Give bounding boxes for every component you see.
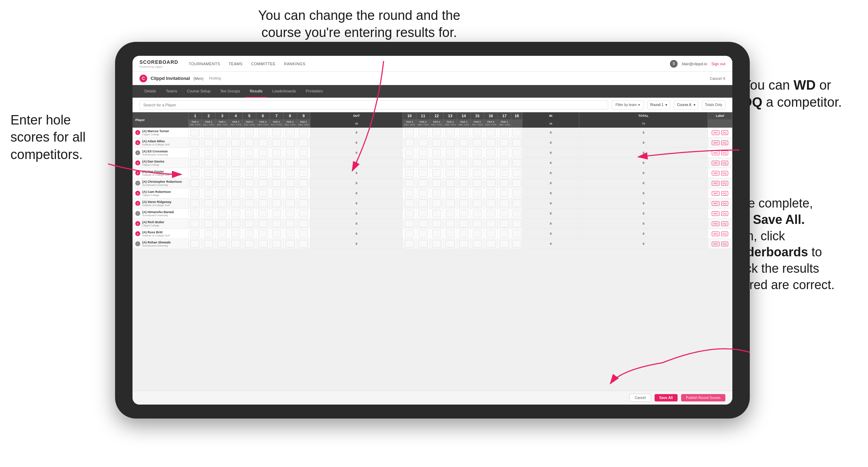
hole-7-score-cell[interactable] (270, 219, 283, 229)
score-input-box[interactable] (286, 139, 295, 146)
hole-7-score-cell[interactable] (270, 209, 283, 219)
score-input-box[interactable] (272, 220, 281, 227)
tab-results[interactable]: Results (245, 85, 267, 98)
hole-18-score-cell[interactable] (511, 158, 522, 168)
score-input-box[interactable] (231, 129, 240, 136)
score-input-box[interactable] (218, 220, 227, 227)
hole-1-score-cell[interactable] (188, 148, 202, 158)
hole-6-score-cell[interactable] (256, 188, 270, 198)
hole-17-score-cell[interactable] (498, 209, 511, 219)
score-input-box[interactable] (245, 240, 254, 248)
dq-button[interactable]: DQ (721, 181, 728, 186)
hole-6-score-cell[interactable] (256, 198, 270, 209)
score-input-box[interactable] (405, 189, 414, 197)
hole-5-score-cell[interactable] (243, 178, 256, 188)
score-input-box[interactable] (204, 230, 213, 238)
score-input-box[interactable] (204, 149, 213, 157)
hole-4-score-cell[interactable] (229, 138, 243, 148)
score-input-box[interactable] (231, 189, 240, 197)
score-input-box[interactable] (486, 169, 496, 177)
dq-button[interactable]: DQ (721, 221, 728, 226)
hole-14-score-cell[interactable] (457, 229, 470, 239)
score-input-box[interactable] (245, 129, 254, 136)
score-input-box[interactable] (299, 199, 308, 207)
hole-17-score-cell[interactable] (498, 178, 511, 188)
score-input-box[interactable] (500, 220, 509, 227)
score-input-box[interactable] (204, 210, 213, 217)
score-input-box[interactable] (231, 210, 240, 217)
hole-11-score-cell[interactable] (416, 219, 430, 229)
score-input-box[interactable] (459, 169, 468, 177)
score-input-box[interactable] (432, 169, 441, 177)
score-input-box[interactable] (486, 189, 496, 197)
score-input-box[interactable] (299, 169, 308, 177)
score-input-box[interactable] (432, 189, 441, 197)
wd-button[interactable]: WD (712, 130, 719, 135)
wd-button[interactable]: WD (712, 242, 719, 246)
score-input-box[interactable] (473, 159, 482, 167)
hole-6-score-cell[interactable] (256, 209, 270, 219)
score-input-box[interactable] (418, 210, 428, 217)
score-input-box[interactable] (432, 210, 441, 217)
hole-16-score-cell[interactable] (484, 158, 498, 168)
score-input-box[interactable] (473, 240, 482, 248)
score-input-box[interactable] (258, 230, 267, 238)
hole-18-score-cell[interactable] (511, 219, 522, 229)
hole-7-score-cell[interactable] (270, 229, 283, 239)
hole-3-score-cell[interactable] (216, 209, 229, 219)
hole-13-score-cell[interactable] (443, 158, 457, 168)
hole-1-score-cell[interactable] (188, 188, 202, 198)
hole-9-score-cell[interactable] (297, 209, 310, 219)
wd-button[interactable]: WD (712, 221, 719, 226)
score-input-box[interactable] (446, 139, 455, 146)
score-input-box[interactable] (190, 240, 199, 248)
hole-3-score-cell[interactable] (216, 229, 229, 239)
score-input-box[interactable] (418, 149, 428, 157)
dq-button[interactable]: DQ (721, 141, 728, 145)
hole-13-score-cell[interactable] (443, 148, 457, 158)
score-input-box[interactable] (204, 189, 213, 197)
score-input-box[interactable] (299, 139, 308, 146)
hole-2-score-cell[interactable] (202, 229, 216, 239)
hole-17-score-cell[interactable] (498, 168, 511, 178)
score-input-box[interactable] (190, 179, 199, 187)
score-input-box[interactable] (459, 179, 468, 187)
hole-6-score-cell[interactable] (256, 168, 270, 178)
hole-1-score-cell[interactable] (188, 158, 202, 168)
hole-10-score-cell[interactable] (403, 209, 416, 219)
score-input-box[interactable] (459, 149, 468, 157)
hole-8-score-cell[interactable] (283, 219, 297, 229)
hole-7-score-cell[interactable] (270, 148, 283, 158)
hole-12-score-cell[interactable] (430, 219, 444, 229)
hole-16-score-cell[interactable] (484, 128, 498, 138)
score-input-box[interactable] (486, 179, 496, 187)
hole-16-score-cell[interactable] (484, 219, 498, 229)
score-input-box[interactable] (258, 169, 267, 177)
score-input-box[interactable] (286, 159, 295, 167)
hole-5-score-cell[interactable] (243, 168, 256, 178)
hole-9-score-cell[interactable] (297, 219, 310, 229)
score-input-box[interactable] (500, 129, 509, 136)
wd-button[interactable]: WD (712, 181, 719, 186)
hole-17-score-cell[interactable] (498, 198, 511, 209)
hole-13-score-cell[interactable] (443, 229, 457, 239)
hole-15-score-cell[interactable] (470, 219, 484, 229)
score-input-box[interactable] (473, 230, 482, 238)
score-input-box[interactable] (459, 240, 468, 248)
hole-4-score-cell[interactable] (229, 198, 243, 209)
score-input-box[interactable] (231, 220, 240, 227)
score-input-box[interactable] (405, 220, 414, 227)
hole-15-score-cell[interactable] (470, 188, 484, 198)
hole-18-score-cell[interactable] (511, 178, 522, 188)
score-input-box[interactable] (418, 230, 428, 238)
score-input-box[interactable] (286, 240, 295, 248)
score-input-box[interactable] (473, 169, 482, 177)
score-input-box[interactable] (190, 129, 199, 136)
hole-13-score-cell[interactable] (443, 198, 457, 209)
hole-1-score-cell[interactable] (188, 239, 202, 249)
score-input-box[interactable] (459, 230, 468, 238)
hole-7-score-cell[interactable] (270, 138, 283, 148)
hole-8-score-cell[interactable] (283, 209, 297, 219)
hole-14-score-cell[interactable] (457, 188, 470, 198)
hole-1-score-cell[interactable] (188, 138, 202, 148)
